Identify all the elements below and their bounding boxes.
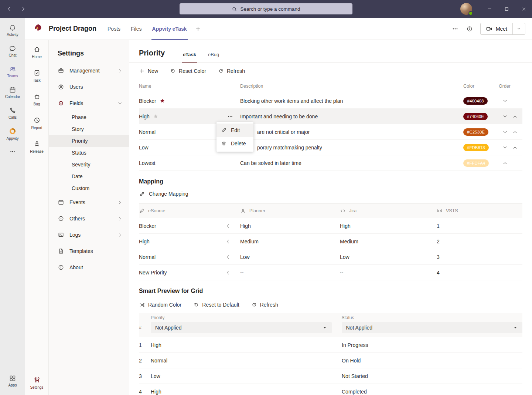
rail-item-teams[interactable]: Teams bbox=[0, 61, 25, 82]
chevron-right-icon bbox=[117, 233, 122, 237]
color-badge[interactable]: #C2530E bbox=[463, 128, 488, 136]
context-menu-delete[interactable]: Delete bbox=[216, 137, 253, 150]
forward-button[interactable] bbox=[19, 5, 27, 13]
app-rail-report[interactable]: Report bbox=[25, 112, 49, 134]
maximize-button[interactable] bbox=[498, 0, 515, 18]
tab-etask-label: eTask bbox=[183, 52, 196, 57]
refresh-button[interactable]: Refresh bbox=[218, 68, 245, 74]
context-menu-edit[interactable]: Edit bbox=[216, 124, 253, 137]
rail-item-more[interactable] bbox=[0, 144, 25, 159]
sidebar-item-date[interactable]: Date bbox=[49, 171, 129, 182]
tab-appvity-etask[interactable]: Appvity eTask bbox=[152, 18, 187, 40]
tab-info-button[interactable] bbox=[466, 26, 473, 32]
priority-filter-label: Priority bbox=[151, 315, 332, 320]
tab-ebug-label: eBug bbox=[208, 52, 219, 57]
meet-button-group: Meet bbox=[480, 23, 525, 35]
sidebar-item-about[interactable]: About bbox=[49, 259, 129, 276]
reset-to-default-button[interactable]: Reset to Default bbox=[193, 302, 239, 308]
sidebar-item-logs[interactable]: Logs bbox=[49, 227, 129, 243]
sidebar-item-templates[interactable]: Templates bbox=[49, 243, 129, 259]
back-button[interactable] bbox=[5, 5, 13, 13]
delete-label: Delete bbox=[231, 141, 246, 146]
sidebar-item-fields[interactable]: Fields bbox=[49, 95, 129, 111]
close-button[interactable] bbox=[515, 0, 532, 18]
person-icon bbox=[240, 208, 246, 214]
command-search-bar[interactable]: Search or type a command bbox=[180, 3, 352, 14]
mapping-jira: Low bbox=[340, 254, 437, 260]
priority-row-high[interactable]: High Important and needing to be done #7… bbox=[139, 109, 522, 124]
sidebar-item-status[interactable]: Status bbox=[49, 147, 129, 159]
sidebar-item-management[interactable]: Management bbox=[49, 63, 129, 79]
priority-row-lowest[interactable]: Lowest Can be solved in later time #FFDF… bbox=[139, 155, 522, 171]
tab-etask[interactable]: eTask bbox=[182, 52, 197, 63]
meet-button[interactable]: Meet bbox=[481, 23, 512, 34]
row-more-button[interactable] bbox=[227, 113, 233, 120]
col-jira: Jira bbox=[349, 208, 357, 213]
random-color-button[interactable]: Random Color bbox=[139, 302, 181, 308]
minimize-button[interactable] bbox=[481, 0, 498, 18]
sidebar-item-phase[interactable]: Phase bbox=[49, 111, 129, 123]
tab-posts[interactable]: Posts bbox=[108, 18, 120, 40]
rail-item-appvity[interactable]: Appvity bbox=[0, 124, 25, 144]
meet-label: Meet bbox=[496, 26, 507, 32]
mapping-esource: High bbox=[139, 239, 150, 244]
tab-files[interactable]: Files bbox=[131, 18, 142, 40]
status-filter-dropdown[interactable]: Not Applied bbox=[342, 322, 523, 333]
sidebar-item-story[interactable]: Story bbox=[49, 123, 129, 135]
sidebar-title: Settings bbox=[49, 47, 129, 63]
user-avatar[interactable] bbox=[460, 3, 472, 15]
app-rail-settings[interactable]: Settings bbox=[25, 372, 49, 394]
preview-refresh-button[interactable]: Refresh bbox=[251, 302, 278, 308]
sidebar-templates-label: Templates bbox=[69, 248, 93, 254]
move-down-button[interactable] bbox=[502, 129, 508, 135]
info-icon bbox=[58, 264, 64, 271]
sidebar-item-priority[interactable]: Priority bbox=[49, 135, 129, 147]
color-badge[interactable]: #74060E bbox=[463, 113, 488, 120]
priority-row-low[interactable]: Low porary matchmaking penalty #FDB813 bbox=[139, 140, 522, 155]
move-down-button[interactable] bbox=[502, 98, 508, 104]
preview-row-status: In Progress bbox=[342, 342, 522, 348]
more-dots-icon bbox=[9, 148, 16, 155]
mapping-vsts: 2 bbox=[437, 239, 522, 244]
meet-dropdown-button[interactable] bbox=[513, 23, 525, 34]
move-up-button[interactable] bbox=[502, 161, 508, 166]
sidebar-item-events[interactable]: Events bbox=[49, 194, 129, 210]
app-rail-bug[interactable]: Bug bbox=[25, 89, 49, 110]
rail-item-calls[interactable]: Calls bbox=[0, 103, 25, 124]
move-up-button[interactable] bbox=[512, 145, 518, 150]
chevron-right-icon bbox=[20, 6, 26, 12]
code-brackets-icon bbox=[340, 208, 346, 214]
rail-item-chat[interactable]: Chat bbox=[0, 41, 25, 61]
move-down-button[interactable] bbox=[502, 145, 508, 150]
color-badge[interactable]: #FDB813 bbox=[463, 144, 489, 151]
sidebar-item-custom[interactable]: Custom bbox=[49, 182, 129, 194]
sidebar-item-others[interactable]: Others bbox=[49, 210, 129, 227]
sidebar-item-users[interactable]: Users bbox=[49, 79, 129, 95]
add-tab-button[interactable] bbox=[195, 26, 201, 32]
rail-item-calendar[interactable]: Calendar bbox=[0, 82, 25, 103]
change-mapping-label: Change Mapping bbox=[149, 191, 188, 197]
app-rail-release[interactable]: Release bbox=[25, 136, 49, 158]
sidebar-item-severity[interactable]: Severity bbox=[49, 159, 129, 171]
change-mapping-button[interactable]: Change Mapping bbox=[139, 187, 188, 200]
rail-item-apps[interactable]: Apps bbox=[0, 371, 25, 391]
reset-color-button[interactable]: Reset Color bbox=[170, 68, 206, 74]
new-button[interactable]: New bbox=[139, 68, 158, 74]
color-badge[interactable]: #FFDFA4 bbox=[463, 159, 489, 167]
priority-row-blocker[interactable]: Blocker Blocking other work items and af… bbox=[139, 93, 522, 109]
more-options-button[interactable] bbox=[451, 25, 459, 33]
rail-item-activity[interactable]: Activity bbox=[0, 20, 25, 41]
move-up-button[interactable] bbox=[512, 114, 518, 119]
color-badge[interactable]: #460408 bbox=[463, 97, 488, 105]
app-rail-task[interactable]: Task bbox=[25, 65, 49, 87]
app-rail-home[interactable]: Home bbox=[25, 41, 49, 63]
mapping-jira: High bbox=[340, 223, 437, 229]
home-icon bbox=[33, 45, 41, 53]
priority-description: Blocking other work items and affect the… bbox=[240, 98, 463, 104]
move-up-button[interactable] bbox=[512, 129, 518, 135]
apps-grid-icon bbox=[9, 375, 16, 382]
tab-ebug[interactable]: eBug bbox=[207, 52, 220, 63]
move-down-button[interactable] bbox=[502, 114, 508, 119]
priority-filter-dropdown[interactable]: Not Applied bbox=[151, 322, 332, 333]
priority-row-normal[interactable]: Normal are not critical or major #C2530E bbox=[139, 124, 522, 140]
